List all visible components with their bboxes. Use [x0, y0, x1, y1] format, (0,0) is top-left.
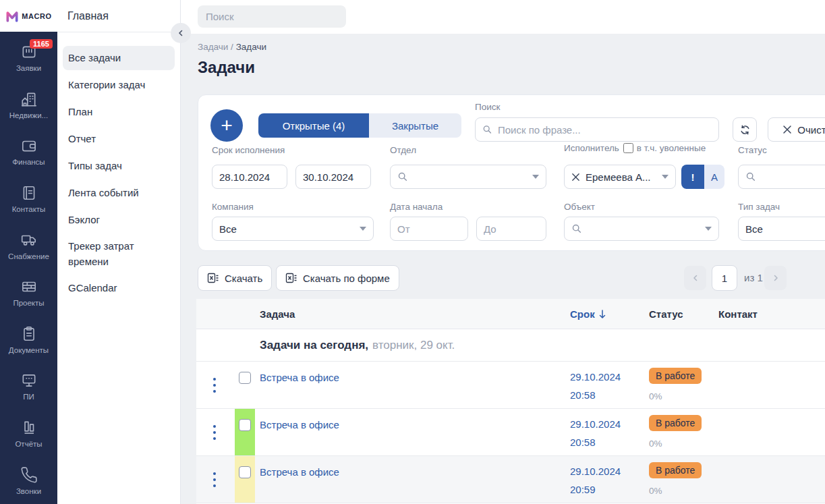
menu-item-report[interactable]: Отчет: [63, 127, 175, 151]
sidebar-item-snabzhenie[interactable]: Снабжение: [0, 222, 57, 269]
tab-closed-tasks[interactable]: Закрытые: [369, 113, 461, 138]
menu-item-time-tracker[interactable]: Трекер затрат времени: [63, 235, 175, 273]
object-label: Объект: [564, 202, 595, 212]
sidebar-item-zvonki[interactable]: Звонки: [0, 457, 57, 504]
task-progress: 0%: [649, 486, 662, 496]
column-header-deadline[interactable]: Срок: [570, 299, 606, 329]
macro-logo-icon: [5, 9, 19, 23]
menu-item-gcalendar[interactable]: GCalendar: [63, 276, 175, 300]
include-dismissed-label: в т.ч. уволенные: [637, 143, 706, 153]
company-select[interactable]: Все: [212, 217, 374, 241]
pagination-prev-button[interactable]: [684, 266, 706, 290]
phrase-search-input[interactable]: [498, 124, 712, 136]
row-menu-button[interactable]: [210, 472, 219, 487]
tasks-menu: Все задачи Категории задач План Отчет Ти…: [57, 32, 180, 300]
breadcrumb-item[interactable]: Задачи: [198, 42, 228, 52]
download-by-form-label: Скачать по форме: [303, 273, 390, 284]
task-title-link[interactable]: Встреча в офисе: [260, 466, 339, 478]
status-tabs: Открытые (4) Закрытые: [258, 113, 461, 138]
company-value: Все: [219, 223, 237, 235]
pagination-next-button[interactable]: [764, 266, 787, 290]
sidebar-item-label: Проекты: [13, 299, 44, 307]
menu-item-task-categories[interactable]: Категории задач: [63, 73, 175, 97]
sidebar-collapse-button[interactable]: [171, 23, 191, 43]
sidebar-item-finansy[interactable]: Финансы: [0, 128, 57, 175]
phrase-search-label: Поиск: [475, 102, 500, 112]
group-header-today: Задачи на сегодня, вторник, 29 окт.: [196, 329, 825, 362]
sidebar-item-proekty[interactable]: Проекты: [0, 269, 57, 316]
start-date-to-field: [476, 217, 546, 241]
table-row: Встреча в офисе 29.10.2024 20:58 В работ…: [196, 362, 825, 409]
sidebar-item-kontakty[interactable]: Контакты: [0, 175, 57, 223]
task-title-link[interactable]: Встреча в офисе: [260, 372, 339, 383]
close-icon[interactable]: [571, 173, 580, 181]
download-by-form-button[interactable]: Скачать по форме: [276, 265, 399, 291]
task-type-value: Все: [745, 223, 763, 235]
row-color-strip: [235, 456, 255, 503]
main-content: Задачи / Задачи Задачи + Открытые (4) За…: [181, 0, 825, 504]
monitor-icon: [20, 372, 38, 389]
start-date-from-input[interactable]: [397, 223, 461, 235]
task-type-select[interactable]: Все: [738, 217, 825, 241]
object-select[interactable]: [564, 217, 719, 241]
deadline-from-input[interactable]: [219, 171, 280, 183]
refresh-button[interactable]: [733, 117, 757, 142]
pagination-page-input[interactable]: [712, 265, 737, 291]
sidebar-item-label: Недвижи...: [9, 111, 48, 119]
task-title-link[interactable]: Встреча в офисе: [260, 419, 339, 430]
assignee-label-row: Исполнитель в т.ч. уволенные: [564, 143, 706, 153]
sidebar-item-pi[interactable]: ПИ: [0, 363, 57, 410]
task-date: 29.10.2024: [570, 415, 621, 433]
sidebar-item-nedvizhimost[interactable]: Недвижи...: [0, 82, 57, 129]
assignee-value: Еремеева А...: [586, 171, 651, 183]
task-date: 29.10.2024: [570, 368, 621, 386]
sidebar-item-otchety[interactable]: Отчёты: [0, 410, 57, 457]
row-checkbox[interactable]: [239, 466, 251, 478]
row-color-strip: [235, 409, 255, 455]
department-label: Отдел: [390, 145, 416, 155]
row-menu-button[interactable]: [210, 425, 219, 440]
sidebar-item-label: Документы: [9, 346, 49, 354]
exclaim-toggle-button[interactable]: !: [681, 165, 704, 189]
tab-open-tasks[interactable]: Открытые (4): [258, 113, 369, 138]
primary-nav: 1165 Заявки Недвижи... Финансы: [0, 32, 57, 504]
contacts-book-icon: [20, 184, 38, 202]
table-row: Встреча в офисе 29.10.2024 20:59 В работ…: [196, 456, 825, 503]
truck-icon: [20, 231, 38, 249]
department-select[interactable]: [390, 165, 546, 189]
status-badge: В работе: [649, 462, 702, 478]
menu-item-all-tasks[interactable]: Все задачи: [63, 46, 175, 70]
task-time: 20:58: [570, 433, 621, 451]
row-menu-button[interactable]: [210, 378, 219, 393]
sidebar-item-zayavki[interactable]: 1165 Заявки: [0, 34, 57, 82]
menu-item-task-types[interactable]: Типы задач: [63, 154, 175, 178]
include-dismissed-checkbox[interactable]: [623, 143, 633, 153]
row-checkbox[interactable]: [239, 419, 251, 431]
a-toggle-button[interactable]: А: [704, 165, 724, 189]
assignee-select[interactable]: Еремеева А...: [564, 165, 676, 189]
row-checkbox[interactable]: [239, 372, 251, 384]
menu-item-backlog[interactable]: Бэклог: [63, 208, 175, 232]
topbar: [181, 0, 825, 34]
row-color-strip: [235, 362, 255, 408]
pagination-total-label: из 1: [744, 272, 763, 283]
status-select[interactable]: [738, 165, 825, 189]
menu-item-plan[interactable]: План: [63, 100, 175, 124]
wallet-icon: [20, 137, 38, 155]
deadline-to-input[interactable]: [303, 171, 364, 183]
add-task-button[interactable]: +: [210, 109, 243, 142]
global-search: [198, 5, 346, 28]
global-search-input[interactable]: [206, 11, 340, 22]
phrase-search-field: [475, 117, 719, 142]
chevron-right-icon: [772, 274, 780, 282]
sidebar-item-label: ПИ: [23, 393, 34, 401]
start-date-to-input[interactable]: [484, 223, 539, 235]
menu-item-event-feed[interactable]: Лента событий: [63, 181, 175, 205]
task-time: 20:59: [570, 480, 621, 499]
sidebar-item-label: Отчёты: [15, 440, 42, 448]
sidebar-item-dokumenty[interactable]: Документы: [0, 316, 57, 364]
download-button[interactable]: Скачать: [198, 265, 272, 291]
task-time: 20:58: [570, 386, 621, 404]
clear-filters-button[interactable]: Очистить: [768, 117, 825, 142]
start-date-from-field: [390, 217, 468, 241]
